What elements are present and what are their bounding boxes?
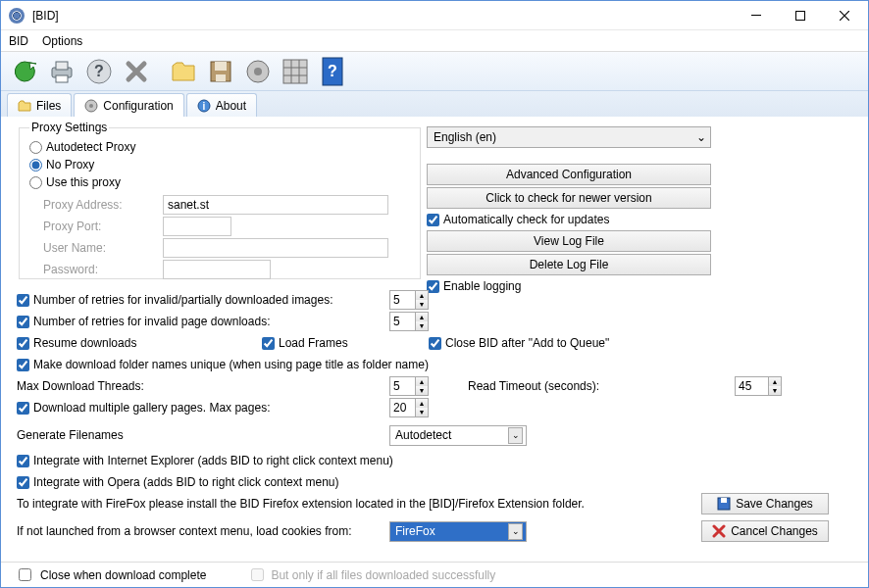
check-update-label: Click to check for newer version [486, 191, 651, 205]
proxy-pass-input[interactable] [163, 260, 271, 279]
close-after-queue-checkbox[interactable] [429, 337, 441, 350]
resume-checkbox[interactable] [17, 337, 29, 350]
svg-rect-9 [216, 74, 226, 81]
resume-label: Resume downloads [33, 336, 136, 350]
menu-bid[interactable]: BID [9, 34, 28, 48]
svg-rect-4 [56, 75, 68, 82]
info-small-icon: i [197, 99, 211, 113]
radio-usethis-label: Use this proxy [46, 175, 121, 189]
svg-point-16 [89, 104, 93, 108]
only-if-success-label: But only if all files downloaded success… [271, 568, 495, 582]
spin-up-icon[interactable]: ▲ [416, 377, 428, 386]
proxy-legend: Proxy Settings [29, 121, 109, 134]
close-when-done-checkbox[interactable] [19, 568, 31, 581]
gear-small-icon [84, 99, 98, 113]
close-icon[interactable] [119, 54, 154, 89]
tab-configuration[interactable]: Configuration [74, 93, 183, 117]
printer-icon[interactable] [44, 54, 79, 89]
minimize-button[interactable] [734, 2, 778, 29]
spin-down-icon[interactable]: ▼ [416, 408, 428, 416]
save-small-icon [717, 497, 731, 511]
radio-usethis[interactable] [29, 176, 42, 189]
proxy-settings-group: Proxy Settings Autodetect Proxy No Proxy… [19, 121, 421, 279]
save-icon[interactable] [203, 54, 238, 89]
svg-rect-1 [795, 11, 804, 20]
svg-rect-0 [751, 15, 761, 16]
retries-page-spinner[interactable]: ▲▼ [389, 312, 429, 331]
multi-gallery-checkbox[interactable] [17, 402, 29, 415]
help-icon[interactable]: ? [81, 54, 117, 89]
menu-options[interactable]: Options [42, 34, 82, 48]
save-changes-button[interactable]: Save Changes [701, 493, 829, 514]
advanced-config-button[interactable]: Advanced Configuration [427, 164, 711, 185]
svg-text:?: ? [328, 63, 337, 79]
chevron-down-icon: ⌄ [508, 427, 523, 444]
radio-noproxy[interactable] [29, 159, 42, 172]
folder-icon[interactable] [166, 54, 201, 89]
language-dropdown[interactable]: English (en) ⌄ [427, 126, 711, 148]
maximize-button[interactable] [778, 2, 822, 29]
spin-down-icon[interactable]: ▼ [769, 386, 781, 395]
proxy-port-label: Proxy Port: [43, 217, 151, 236]
radio-autodetect-label: Autodetect Proxy [46, 140, 135, 154]
cancel-changes-button[interactable]: Cancel Changes [701, 520, 829, 542]
tab-config-label: Configuration [103, 99, 173, 113]
spin-down-icon[interactable]: ▼ [416, 386, 428, 395]
refresh-icon[interactable] [7, 54, 42, 89]
language-value: English (en) [434, 130, 496, 144]
proxy-port-input[interactable] [163, 217, 231, 236]
radio-autodetect[interactable] [29, 141, 42, 154]
check-update-button[interactable]: Click to check for newer version [427, 187, 711, 209]
integrate-ie-checkbox[interactable] [17, 455, 29, 467]
tab-about[interactable]: i About [186, 93, 257, 117]
save-changes-label: Save Changes [736, 497, 813, 511]
grid-icon[interactable] [278, 54, 313, 89]
retries-page-input[interactable] [389, 312, 415, 331]
spin-down-icon[interactable]: ▼ [416, 300, 428, 309]
statusbar: Close when download complete But only if… [1, 562, 868, 587]
read-timeout-spinner[interactable]: ▲▼ [735, 376, 782, 396]
delete-log-button[interactable]: Delete Log File [427, 254, 711, 275]
proxy-address-label: Proxy Address: [43, 195, 151, 215]
retries-img-spinner[interactable]: ▲▼ [389, 290, 429, 310]
svg-rect-20 [721, 498, 727, 503]
retries-page-checkbox[interactable] [17, 316, 29, 328]
integrate-opera-checkbox[interactable] [17, 476, 29, 489]
max-threads-spinner[interactable]: ▲▼ [389, 376, 429, 396]
about-icon[interactable]: ? [315, 54, 350, 89]
cancel-changes-label: Cancel Changes [731, 524, 818, 538]
svg-rect-3 [56, 62, 68, 70]
unique-folders-checkbox[interactable] [17, 359, 29, 371]
gen-filenames-label: Generate Filenames [17, 428, 124, 442]
svg-rect-12 [283, 60, 307, 83]
cookies-dropdown[interactable]: FireFox⌄ [389, 521, 527, 542]
proxy-address-input[interactable] [163, 195, 388, 215]
tab-bar: Files Configuration i About [1, 91, 868, 117]
auto-update-label: Automatically check for updates [443, 213, 609, 226]
max-threads-input[interactable] [389, 376, 415, 396]
auto-update-checkbox[interactable] [427, 214, 439, 226]
close-button[interactable] [822, 2, 866, 29]
multi-gallery-input[interactable] [389, 398, 415, 417]
cancel-icon [712, 524, 726, 538]
spin-up-icon[interactable]: ▲ [416, 291, 428, 300]
options-section: Number of retries for invalid/partially … [17, 289, 841, 542]
gen-filenames-dropdown[interactable]: Autodetect⌄ [389, 425, 527, 446]
spin-up-icon[interactable]: ▲ [416, 399, 428, 408]
read-timeout-input[interactable] [735, 376, 768, 396]
multi-gallery-spinner[interactable]: ▲▼ [389, 398, 429, 417]
proxy-pass-label: Password: [43, 260, 151, 279]
menubar: BID Options [1, 30, 868, 52]
proxy-user-input[interactable] [163, 238, 388, 258]
retries-img-input[interactable] [389, 290, 415, 310]
spin-up-icon[interactable]: ▲ [769, 377, 781, 386]
integrate-opera-label: Integrate with Opera (adds BID to right … [33, 475, 338, 489]
gear-icon[interactable] [240, 54, 276, 89]
spin-up-icon[interactable]: ▲ [416, 313, 428, 321]
spin-down-icon[interactable]: ▼ [416, 321, 428, 330]
retries-img-checkbox[interactable] [17, 294, 29, 307]
load-frames-checkbox[interactable] [262, 337, 275, 350]
firefox-note: To integrate with FireFox please install… [17, 497, 585, 511]
view-log-button[interactable]: View Log File [427, 230, 711, 252]
tab-files[interactable]: Files [7, 93, 72, 117]
